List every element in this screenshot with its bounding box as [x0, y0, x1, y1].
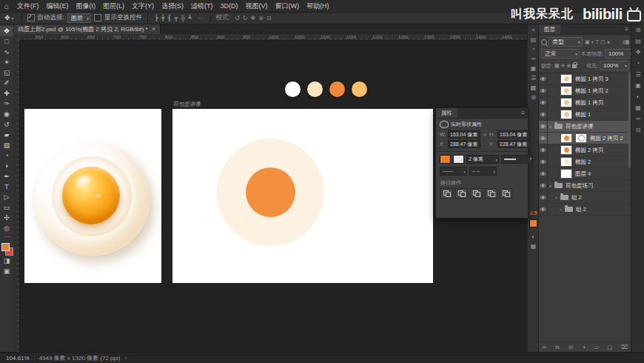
artboard-right[interactable] — [172, 109, 433, 283]
layers-action-icon[interactable]: ▢ — [607, 344, 612, 350]
menu-item[interactable]: 3D(D) — [217, 0, 242, 12]
menu-item[interactable]: 编辑(E) — [43, 0, 73, 12]
align-icon[interactable]: ╬ — [179, 15, 187, 21]
visibility-eye-icon[interactable] — [539, 109, 548, 120]
visibility-eye-icon[interactable] — [539, 85, 548, 96]
vector-mask-thumbnail[interactable] — [575, 133, 587, 143]
visibility-eye-icon[interactable] — [539, 156, 548, 167]
layer-name[interactable]: 组 2 — [576, 206, 586, 213]
layer-thumbnail[interactable] — [560, 145, 572, 155]
quick-mask-icon[interactable]: ◨ — [0, 256, 13, 266]
menu-item[interactable]: 图层(L) — [99, 0, 128, 12]
layer-row[interactable]: 椭圆 2 拷贝 — [539, 144, 631, 156]
lock-all-icon[interactable] — [572, 64, 577, 68]
layer-thumbnail[interactable] — [560, 133, 572, 143]
layer-filter-icon[interactable]: ▣ — [584, 39, 591, 45]
visibility-eye-icon[interactable] — [539, 144, 548, 156]
path-op-intersect-icon[interactable] — [470, 188, 483, 199]
shape-tool[interactable]: ▭ — [0, 202, 13, 213]
more-options-icon[interactable]: ⋯ — [196, 15, 205, 21]
auto-select-target-select[interactable]: 图层 — [67, 13, 91, 23]
expand-caret-icon[interactable]: > — [558, 207, 563, 212]
visibility-eye-icon[interactable] — [539, 192, 548, 203]
dock-color-swatch-icon[interactable] — [529, 219, 537, 227]
layer-row[interactable]: ∨ 荷包蛋练习 — [539, 180, 631, 192]
collapsed-panel-icon[interactable]: ✑ — [528, 54, 539, 64]
layer-thumbnail[interactable] — [560, 157, 572, 167]
layers-action-icon[interactable]: ◎ — [568, 344, 574, 350]
marquee-tool[interactable]: □ — [0, 36, 13, 47]
layer-name[interactable]: 图层 4 — [575, 170, 591, 178]
lock-option-icon[interactable]: ▦ — [554, 63, 560, 69]
path-op-subtract-icon[interactable] — [455, 188, 468, 199]
visibility-eye-icon[interactable] — [539, 121, 548, 132]
color-swatch[interactable] — [352, 81, 367, 97]
visibility-eye-icon[interactable] — [539, 204, 548, 215]
move-tool[interactable]: ✥ — [0, 26, 13, 36]
align-icon[interactable]: ┳ — [172, 15, 179, 21]
layer-row[interactable]: 椭圆 1 拷贝 2 — [539, 85, 631, 97]
show-transform-checkbox[interactable] — [94, 14, 101, 21]
status-menu-arrow-icon[interactable]: › — [124, 355, 127, 362]
mode-icon[interactable]: ↺ — [233, 15, 241, 21]
layer-row[interactable]: 椭圆 2 — [539, 156, 631, 168]
layer-row[interactable]: ∨ 荷包蛋讲课 — [539, 121, 631, 133]
dock-panel-icon[interactable]: ⊞ — [631, 26, 644, 35]
align-icon[interactable]: ┫ — [167, 15, 173, 21]
menu-item[interactable]: 文字(Y) — [128, 0, 158, 12]
align-icon[interactable]: ┣ — [153, 15, 160, 21]
collapsed-panel-icon[interactable]: ☰ — [528, 73, 539, 83]
menu-item[interactable]: 图像(I) — [73, 0, 100, 12]
healing-brush-tool[interactable]: ✚ — [0, 88, 13, 99]
layer-name[interactable]: 荷包蛋练习 — [566, 182, 594, 190]
path-op-combine-icon[interactable] — [440, 188, 453, 199]
collapsed-panel-icon[interactable]: « — [528, 25, 539, 35]
clone-stamp-tool[interactable]: ◉ — [0, 109, 13, 119]
layer-name[interactable]: 组 2 — [571, 194, 582, 202]
auto-select-checkbox[interactable] — [27, 14, 35, 21]
path-op-merge-icon[interactable] — [500, 188, 512, 199]
path-op-exclude-icon[interactable] — [485, 188, 497, 199]
hand-tool[interactable]: ✣ — [0, 213, 13, 223]
visibility-eye-icon[interactable] — [539, 168, 548, 179]
vertical-ruler[interactable] — [13, 40, 20, 353]
layers-action-icon[interactable]: fx — [555, 344, 560, 350]
pen-tool[interactable]: ✒ — [0, 171, 13, 182]
blend-mode-select[interactable]: 正常 — [541, 49, 580, 59]
flat-egg-yolk[interactable] — [246, 167, 295, 217]
collapsed-panel-icon[interactable]: ◔ — [528, 44, 539, 54]
zoom-level-field[interactable]: 104.61% — [6, 355, 30, 362]
layer-filter-icon[interactable]: ● — [606, 39, 611, 44]
tab-properties[interactable]: 属性 — [436, 108, 457, 118]
layer-name[interactable]: 椭圆 1 拷贝 2 — [575, 87, 608, 95]
fill-select[interactable]: 100% — [600, 61, 629, 70]
width-field[interactable]: 163.04 像素 — [448, 130, 480, 139]
layer-thumbnail[interactable] — [560, 86, 572, 96]
eraser-tool[interactable]: ▰ — [0, 130, 13, 140]
edit-toolbar-icon[interactable]: ⋯ — [0, 233, 13, 241]
color-swatch[interactable] — [285, 81, 301, 97]
stroke-option-select[interactable]: – – — [469, 167, 497, 176]
mode-icon[interactable]: ⊡ — [265, 15, 273, 21]
visibility-eye-icon[interactable] — [539, 133, 548, 144]
dock-badge[interactable]: 2.5 — [530, 210, 537, 216]
layer-row[interactable]: 椭圆 2 拷贝 2 — [539, 133, 631, 144]
height-field[interactable]: 163.04 像素 — [497, 130, 530, 139]
home-icon[interactable]: ⌂ — [0, 2, 13, 10]
layer-row[interactable]: > 组 2 — [539, 204, 631, 216]
layer-name[interactable]: 椭圆 1 拷贝 — [575, 99, 603, 107]
mode-icon[interactable]: ⊕ — [257, 15, 265, 21]
color-swatch[interactable] — [329, 81, 345, 97]
menu-item[interactable]: 滤镜(T) — [187, 0, 217, 12]
layer-row[interactable]: 椭圆 1 拷贝 3 — [539, 73, 631, 85]
stroke-option-select[interactable]: —— — [440, 167, 467, 176]
dock-panel-icon[interactable]: ▦ — [631, 104, 644, 113]
layer-name[interactable]: 椭圆 2 拷贝 — [575, 147, 603, 154]
x-field[interactable]: 288.47 像素 — [448, 140, 480, 148]
layer-filter-icon[interactable]: ▢ — [600, 39, 606, 45]
layer-thumbnail[interactable] — [560, 98, 572, 107]
collapsed-panel-icon[interactable]: ◐ — [528, 232, 539, 242]
visibility-eye-icon[interactable] — [539, 73, 548, 84]
quick-selection-tool[interactable]: ✶ — [0, 57, 13, 67]
layers-action-icon[interactable]: ◑ — [582, 344, 586, 350]
